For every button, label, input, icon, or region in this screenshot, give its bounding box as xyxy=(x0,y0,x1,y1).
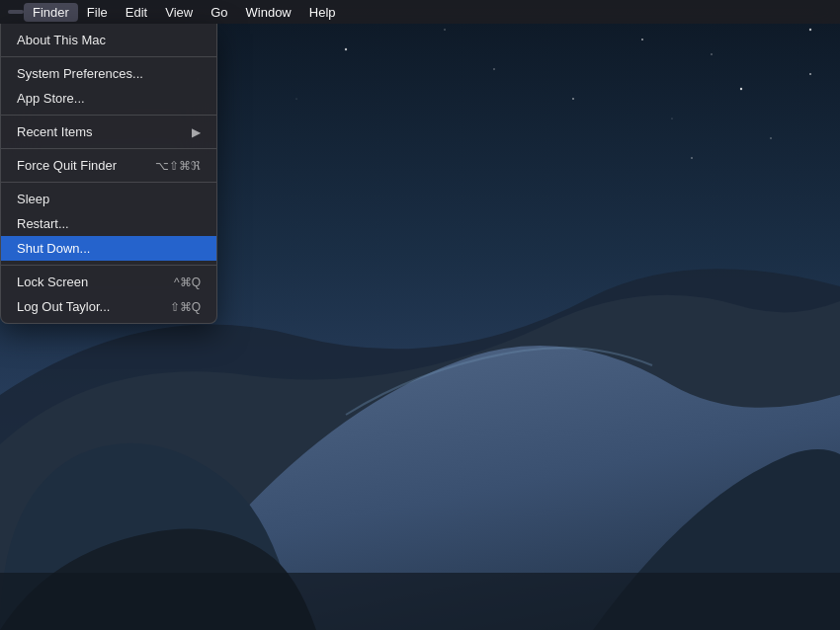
svg-point-2 xyxy=(345,48,347,50)
svg-point-4 xyxy=(641,39,643,40)
menu-separator-1 xyxy=(1,56,216,57)
menu-separator-2 xyxy=(1,115,216,116)
system-prefs-label: System Preferences... xyxy=(17,66,201,81)
menu-item-force-quit[interactable]: Force Quit Finder ⌥⇧⌘ℜ xyxy=(1,153,216,178)
menu-item-about[interactable]: About This Mac xyxy=(1,28,216,52)
lock-screen-label: Lock Screen xyxy=(17,275,158,289)
view-label: View xyxy=(165,5,193,20)
file-label: File xyxy=(87,5,108,20)
menu-item-lock-screen[interactable]: Lock Screen ^⌘Q xyxy=(1,270,216,294)
logout-shortcut: ⇧⌘Q xyxy=(170,300,201,314)
svg-point-12 xyxy=(295,98,296,99)
svg-point-5 xyxy=(740,88,742,90)
svg-rect-16 xyxy=(0,573,840,630)
about-label: About This Mac xyxy=(17,33,201,47)
svg-point-14 xyxy=(691,157,693,159)
menu-item-shutdown[interactable]: Shut Down... xyxy=(1,236,216,261)
menu-item-sleep[interactable]: Sleep xyxy=(1,187,216,211)
sleep-label: Sleep xyxy=(17,192,201,206)
svg-point-15 xyxy=(809,29,811,31)
logout-label: Log Out Taylor... xyxy=(17,299,154,314)
recent-items-arrow: ▶ xyxy=(192,125,201,139)
menubar-view[interactable]: View xyxy=(156,3,202,22)
menu-separator-3 xyxy=(1,148,216,149)
app-store-label: App Store... xyxy=(17,91,201,106)
menu-separator-5 xyxy=(1,265,216,266)
lock-screen-shortcut: ^⌘Q xyxy=(174,276,201,289)
menu-item-system-prefs[interactable]: System Preferences... xyxy=(1,61,216,86)
force-quit-shortcut: ⌥⇧⌘ℜ xyxy=(155,159,201,173)
shutdown-label: Shut Down... xyxy=(17,241,201,256)
help-label: Help xyxy=(309,5,336,20)
menu-separator-4 xyxy=(1,182,216,183)
menu-item-restart[interactable]: Restart... xyxy=(1,211,216,236)
menubar-go[interactable]: Go xyxy=(202,3,236,22)
window-label: Window xyxy=(246,5,292,20)
menubar: Finder File Edit View Go Window Help xyxy=(0,0,840,24)
recent-items-label: Recent Items xyxy=(17,124,192,139)
svg-point-9 xyxy=(572,98,574,100)
menubar-left: Finder File Edit View Go Window Help xyxy=(8,3,345,22)
apple-menu-trigger[interactable] xyxy=(8,10,24,14)
svg-point-6 xyxy=(711,53,713,55)
svg-point-8 xyxy=(444,29,446,31)
menubar-file[interactable]: File xyxy=(78,3,117,22)
restart-label: Restart... xyxy=(17,216,201,231)
svg-point-3 xyxy=(493,68,495,70)
menubar-help[interactable]: Help xyxy=(300,3,345,22)
menubar-finder[interactable]: Finder xyxy=(24,3,78,22)
apple-dropdown-menu: About This Mac System Preferences... App… xyxy=(0,24,217,324)
go-label: Go xyxy=(210,5,227,20)
menubar-window[interactable]: Window xyxy=(237,3,300,22)
svg-point-7 xyxy=(809,73,811,75)
force-quit-label: Force Quit Finder xyxy=(17,158,139,173)
finder-label: Finder xyxy=(33,5,69,20)
menu-item-logout[interactable]: Log Out Taylor... ⇧⌘Q xyxy=(1,294,216,319)
menu-item-app-store[interactable]: App Store... xyxy=(1,86,216,111)
menubar-edit[interactable]: Edit xyxy=(117,3,156,22)
svg-point-11 xyxy=(770,137,772,139)
edit-label: Edit xyxy=(126,5,147,20)
svg-point-10 xyxy=(671,118,672,118)
menu-item-recent-items[interactable]: Recent Items ▶ xyxy=(1,119,216,144)
